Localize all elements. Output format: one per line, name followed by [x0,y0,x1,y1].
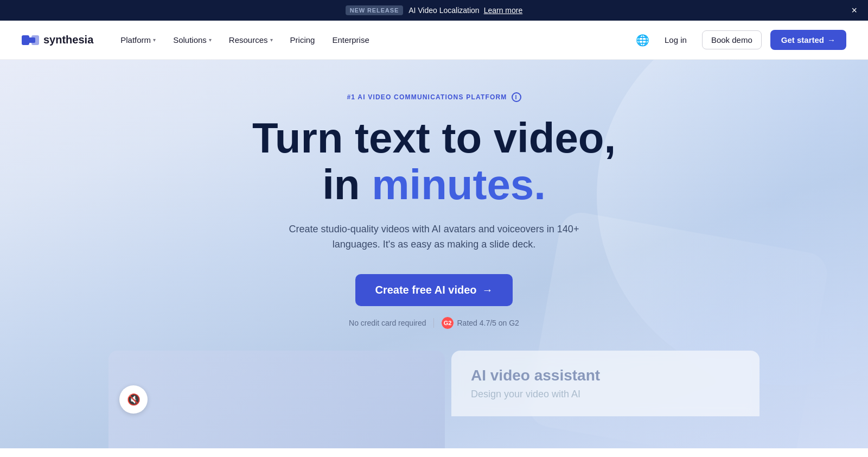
hero-badge: #1 AI VIDEO COMMUNICATIONS PLATFORM i [347,92,521,102]
nav-solutions[interactable]: Solutions ▾ [165,31,219,49]
svg-rect-2 [25,37,35,43]
mute-icon: 🔇 [127,393,141,406]
no-credit-card-text: No credit card required [349,319,426,327]
g2-icon: G2 [442,317,454,329]
arrow-icon: → [827,35,835,45]
ai-assistant-subtitle: Design your video with AI [471,389,740,400]
nav-enterprise[interactable]: Enterprise [324,31,376,49]
create-video-cta-button[interactable]: Create free AI video → [355,274,512,306]
trust-row: No credit card required G2 Rated 4.7/5 o… [349,317,519,329]
navbar: synthesia Platform ▾ Solutions ▾ Resourc… [0,21,868,60]
badge-info-icon[interactable]: i [512,92,521,102]
ai-assistant-label: AI video assistant [471,367,740,384]
nav-resources[interactable]: Resources ▾ [221,31,280,49]
video-panel-right: AI video assistant Design your video wit… [451,351,760,416]
video-preview-area: 🔇 AI video assistant Design your video w… [108,351,760,448]
nav-pricing[interactable]: Pricing [283,31,323,49]
login-button[interactable]: Log in [658,31,693,49]
hero-section: #1 AI VIDEO COMMUNICATIONS PLATFORM i Tu… [0,60,868,448]
language-selector-button[interactable]: 🌐 [636,34,649,47]
video-panel-left: 🔇 [108,351,445,448]
svg-text:G2: G2 [444,320,452,326]
learn-more-link[interactable]: Learn more [484,6,523,15]
announcement-text: AI Video Localization [409,6,480,15]
book-demo-button[interactable]: Book demo [702,30,762,49]
logo[interactable]: synthesia [22,34,93,46]
mute-button[interactable]: 🔇 [119,385,148,414]
g2-rating-badge: G2 Rated 4.7/5 on G2 [442,317,519,329]
resources-chevron-icon: ▾ [270,37,273,43]
hero-title-highlight: minutes. [372,161,546,208]
cta-arrow-icon: → [482,284,493,296]
nav-right: 🌐 Log in Book demo Get started → [636,30,846,50]
logo-text: synthesia [43,34,93,46]
get-started-button[interactable]: Get started → [770,30,846,50]
announcement-bar: NEW RELEASE AI Video Localization Learn … [0,0,868,21]
hero-subtitle: Create studio-quality videos with AI ava… [277,221,591,253]
logo-icon [22,34,39,46]
platform-chevron-icon: ▾ [153,37,156,43]
hero-title: Turn text to video, in minutes. [252,115,616,208]
globe-icon: 🌐 [636,34,649,47]
new-release-badge: NEW RELEASE [346,5,403,15]
nav-links: Platform ▾ Solutions ▾ Resources ▾ Prici… [113,31,636,49]
nav-platform[interactable]: Platform ▾ [113,31,163,49]
announcement-close-button[interactable]: × [851,5,857,15]
trust-divider [433,318,434,328]
solutions-chevron-icon: ▾ [209,37,212,43]
